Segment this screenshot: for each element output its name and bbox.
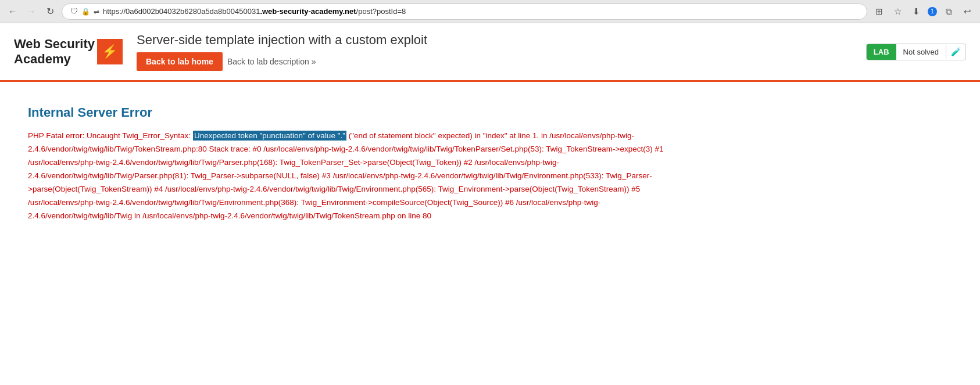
shield-icon: 🛡	[70, 7, 78, 16]
address-bar[interactable]: 🛡 🔒 ⇌ https://0a6d002b04032b6280a5da8b00…	[62, 3, 867, 20]
extensions-button[interactable]: ⧉	[942, 5, 956, 19]
main-content: Internal Server Error PHP Fatal error: U…	[0, 82, 698, 246]
error-title: Internal Server Error	[28, 105, 670, 120]
undo-button[interactable]: ↩	[960, 5, 974, 19]
back-to-lab-home-button[interactable]: Back to lab home	[137, 52, 223, 71]
download-button[interactable]: ⬇	[909, 5, 923, 19]
lab-status-group: LAB Not solved 🧪	[866, 44, 966, 60]
page-title: Server-side template injection with a cu…	[137, 33, 427, 48]
page-header: Web Security Academy ⚡ Server-side templ…	[0, 23, 980, 82]
logo-badge: ⚡	[97, 39, 123, 64]
logo-text: Web Security Academy	[14, 37, 95, 67]
header-nav: Server-side template injection with a cu…	[137, 33, 427, 71]
error-prefix: PHP Fatal error: Uncaught Twig_Error_Syn…	[28, 131, 193, 140]
lab-badge: LAB	[867, 44, 896, 60]
logo: Web Security Academy ⚡	[14, 37, 123, 67]
qr-code-button[interactable]: ⊞	[872, 5, 886, 19]
error-highlighted: Unexpected token "punctuation" of value …	[193, 131, 346, 141]
flask-icon: 🧪	[951, 47, 961, 56]
bookmark-button[interactable]: ☆	[890, 5, 904, 19]
back-to-lab-description-link[interactable]: Back to lab description »	[227, 57, 316, 66]
flask-button[interactable]: 🧪	[946, 45, 965, 59]
browser-toolbar: ⊞ ☆ ⬇ 1 ⧉ ↩	[872, 5, 974, 19]
notification-badge: 1	[928, 7, 937, 16]
header-actions: Back to lab home Back to lab description…	[137, 52, 427, 71]
header-left: Web Security Academy ⚡ Server-side templ…	[14, 33, 427, 71]
browser-chrome: ← → ↻ 🛡 🔒 ⇌ https://0a6d002b04032b6280a5…	[0, 0, 980, 23]
url-text: https://0a6d002b04032b6280a5da8b00450031…	[103, 7, 406, 16]
reload-button[interactable]: ↻	[43, 5, 57, 19]
back-button[interactable]: ←	[6, 5, 20, 19]
tracking-icon: ⇌	[94, 8, 99, 16]
error-suffix: ("end of statement block" expected) in "…	[28, 131, 663, 220]
not-solved-status: Not solved	[896, 44, 946, 60]
error-body: PHP Fatal error: Uncaught Twig_Error_Syn…	[28, 129, 670, 223]
forward-button[interactable]: →	[24, 5, 38, 19]
chevron-right-icon: »	[312, 57, 316, 66]
lock-icon: 🔒	[81, 8, 90, 16]
